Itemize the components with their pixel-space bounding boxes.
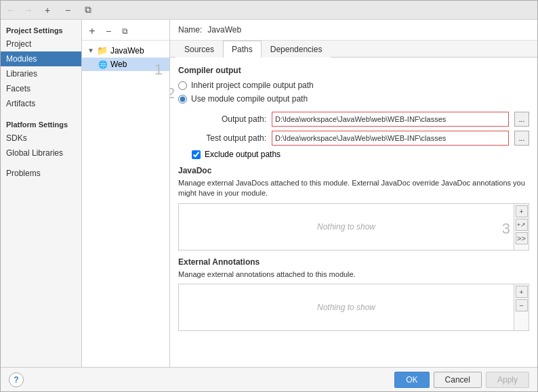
settings-dialog: ← → + − ⧉ Project Settings Project Modul… [0,0,538,392]
radio-inherit-label: Inherit project compile output path [191,81,314,90]
tabs-bar: Sources Paths Dependencies [170,41,537,58]
exclude-checkbox[interactable] [192,150,201,159]
ext-annotations-list: Nothing to show + − [178,284,529,331]
content-body: 2 Compiler output Inherit project compil… [170,58,537,367]
sidebar-item-problems[interactable]: Problems [1,166,81,181]
name-value: JavaWeb [207,25,241,35]
test-output-path-label: Test output path: [192,133,266,143]
tree-copy-button[interactable]: ⧉ [117,24,132,39]
middle-content: + − ⧉ ▼ 📁 JavaWeb 🌐 Web 1 [82,20,537,367]
radio-use-module-input[interactable] [178,95,187,104]
output-path-label: Output path: [192,114,266,124]
sidebar-item-libraries[interactable]: Libraries [1,66,81,81]
annotation-3: 3 [502,220,510,238]
ext-annotations-desc: Manage external annotations attached to … [178,269,529,280]
tree-remove-button[interactable]: − [101,24,116,39]
tree-item-javaweb[interactable]: ▼ 📁 JavaWeb [82,43,169,58]
output-path-input[interactable] [272,112,509,127]
ext-annotations-title: External Annotations [178,257,529,267]
copy-button[interactable]: ⧉ [81,3,96,18]
radio-use-module[interactable]: Use module compile output path [178,94,529,104]
sidebar-item-artifacts[interactable]: Artifacts [1,96,81,111]
remove-button[interactable]: − [60,3,75,18]
sidebar-item-project[interactable]: Project [1,37,81,51]
output-path-browse-button[interactable]: ... [514,112,529,127]
sidebar: Project Settings Project Modules Librari… [1,20,82,367]
exclude-checkbox-row[interactable]: Exclude output paths [178,150,529,159]
tree-add-button[interactable]: + [85,24,100,39]
tab-paths[interactable]: Paths [223,41,262,58]
tree-item-label: JavaWeb [110,46,144,56]
compiler-output-title: Compiler output [178,66,529,75]
tree-arrow-icon: ▼ [87,47,94,54]
sidebar-item-global-libraries[interactable]: Global Libraries [1,146,81,160]
tree-child-label: Web [110,60,127,69]
web-icon: 🌐 [98,60,108,69]
annotation-2: 2 [170,85,175,102]
javadoc-desc: Manage external JavaDocs attached to thi… [178,178,529,199]
tab-dependencies[interactable]: Dependencies [262,41,331,58]
javadoc-list: Nothing to show + +↗ >> [178,203,529,251]
ok-button[interactable]: OK [394,372,429,388]
cancel-button[interactable]: Cancel [434,372,482,388]
forward-button[interactable]: → [22,4,35,16]
back-button[interactable]: ← [5,4,17,16]
tree-item-web[interactable]: 🌐 Web [82,58,169,71]
sidebar-item-facets[interactable]: Facets [1,81,81,96]
sidebar-divider-2 [1,160,81,166]
javadoc-empty-label: Nothing to show [179,204,514,250]
test-output-path-browse-button[interactable]: ... [514,131,529,146]
tree-panel: + − ⧉ ▼ 📁 JavaWeb 🌐 Web 1 [82,20,170,367]
content-panel: Name: JavaWeb Sources Paths Dependencies… [170,20,537,367]
main-area: Project Settings Project Modules Librari… [1,20,537,367]
ext-annotations-add-button[interactable]: + [516,286,528,298]
add-button[interactable]: + [40,3,55,18]
test-output-path-input[interactable] [272,131,509,146]
javadoc-title: JavaDoc [178,166,529,175]
javadoc-more-button[interactable]: >> [516,232,528,244]
test-output-path-row: Test output path: ... [178,131,529,146]
javadoc-section: JavaDoc Manage external JavaDocs attache… [178,166,529,251]
toolbar: ← → + − ⧉ [1,1,537,20]
javadoc-list-actions: + +↗ >> [514,204,529,250]
sidebar-divider-1 [1,111,81,116]
radio-inherit-input[interactable] [178,81,187,90]
help-button[interactable]: ? [9,372,24,387]
name-label: Name: [178,25,202,35]
tab-sources[interactable]: Sources [175,41,223,58]
radio-group: Inherit project compile output path Use … [178,81,529,104]
radio-use-module-label: Use module compile output path [191,94,308,104]
platform-settings-title: Platform Settings [1,116,81,131]
exclude-label: Exclude output paths [205,150,281,159]
project-settings-title: Project Settings [1,22,81,37]
sidebar-item-modules[interactable]: Modules [1,51,81,66]
sidebar-item-sdks[interactable]: SDKs [1,131,81,146]
ext-annotations-empty-label: Nothing to show [179,284,514,330]
radio-inherit[interactable]: Inherit project compile output path [178,81,529,90]
javadoc-add-url-button[interactable]: +↗ [516,219,528,231]
ext-annotations-list-actions: + − [514,284,529,330]
external-annotations-section: External Annotations Manage external ann… [178,257,529,331]
apply-button[interactable]: Apply [486,372,529,388]
dialog-buttons: OK Cancel Apply [394,372,529,388]
name-row: Name: JavaWeb [170,20,537,41]
bottom-bar: ? OK Cancel Apply [1,367,537,391]
tree-toolbar: + − ⧉ [82,22,169,41]
folder-icon: 📁 [97,45,108,56]
ext-annotations-remove-button[interactable]: − [516,299,528,311]
output-path-row: Output path: ... [178,112,529,127]
javadoc-add-button[interactable]: + [516,205,528,217]
